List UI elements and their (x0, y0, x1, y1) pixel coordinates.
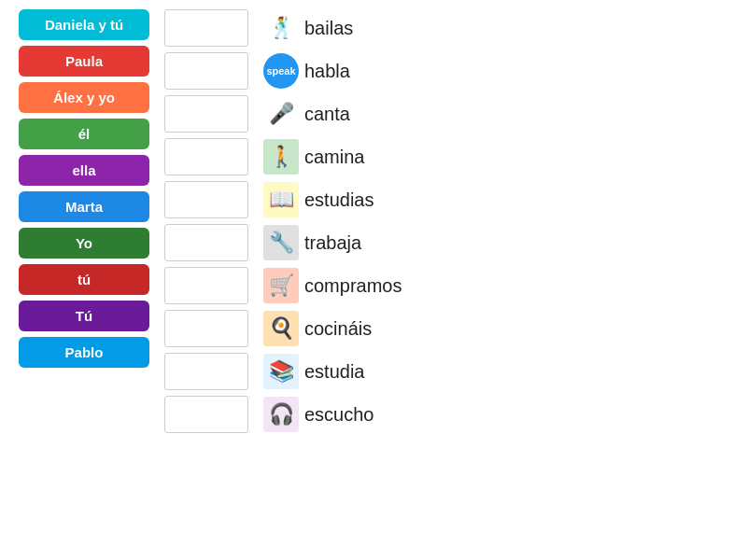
verb-icon-1: speak (263, 53, 299, 89)
subject-btn-2[interactable]: Álex y yo (19, 82, 149, 113)
subject-btn-1[interactable]: Paula (19, 46, 149, 77)
verb-row-7: 🍳cocináis (263, 310, 728, 347)
verb-row-5: 🔧trabaja (263, 224, 728, 261)
drop-box-7[interactable] (164, 310, 248, 347)
subject-btn-6[interactable]: Yo (19, 228, 149, 259)
verb-text-1: habla (304, 61, 350, 82)
drop-box-6[interactable] (164, 267, 248, 304)
verb-text-8: estudia (304, 361, 365, 383)
drop-box-column (164, 9, 248, 433)
verb-row-3: 🚶camina (263, 138, 728, 175)
verb-text-6: compramos (304, 275, 402, 297)
verb-column: 🕺bailasspeakhabla🎤canta🚶camina📖estudias🔧… (263, 9, 728, 433)
subject-btn-4[interactable]: ella (19, 155, 149, 186)
verb-text-3: camina (304, 147, 364, 168)
verb-text-4: estudias (304, 189, 374, 211)
verb-text-9: escucho (304, 404, 374, 426)
drop-box-4[interactable] (164, 181, 248, 218)
verb-icon-4: 📖 (263, 182, 299, 217)
drop-box-1[interactable] (164, 52, 248, 90)
verb-row-0: 🕺bailas (263, 9, 728, 47)
drop-box-0[interactable] (164, 9, 248, 47)
verb-icon-6: 🛒 (263, 268, 299, 303)
verb-icon-0: 🕺 (263, 10, 299, 46)
subject-btn-7[interactable]: tú (19, 264, 149, 295)
verb-row-6: 🛒compramos (263, 267, 728, 304)
verb-row-2: 🎤canta (263, 95, 728, 133)
drop-box-2[interactable] (164, 95, 248, 133)
drop-box-5[interactable] (164, 224, 248, 261)
drop-box-3[interactable] (164, 138, 248, 175)
drop-box-8[interactable] (164, 353, 248, 390)
verb-icon-9: 🎧 (263, 397, 299, 432)
verb-row-4: 📖estudias (263, 181, 728, 218)
verb-row-8: 📚estudia (263, 353, 728, 390)
verb-row-1: speakhabla (263, 52, 728, 90)
verb-text-5: trabaja (304, 232, 361, 254)
verb-text-0: bailas (304, 18, 353, 39)
subject-btn-9[interactable]: Pablo (19, 337, 149, 368)
verb-icon-7: 🍳 (263, 311, 299, 346)
subject-btn-8[interactable]: Tú (19, 301, 149, 331)
verb-row-9: 🎧escucho (263, 396, 728, 433)
subject-btn-0[interactable]: Daniela y tú (19, 9, 149, 40)
verb-icon-3: 🚶 (263, 139, 299, 175)
drop-box-9[interactable] (164, 396, 248, 433)
subject-column: Daniela y túPaulaÁlex y yoélellaMartaYot… (19, 9, 149, 433)
subject-btn-5[interactable]: Marta (19, 191, 149, 222)
subject-btn-3[interactable]: él (19, 119, 149, 149)
verb-icon-2: 🎤 (263, 96, 299, 132)
verb-icon-5: 🔧 (263, 225, 299, 260)
verb-icon-8: 📚 (263, 354, 299, 389)
verb-text-7: cocináis (304, 318, 372, 340)
verb-text-2: canta (304, 104, 350, 125)
main-container: Daniela y túPaulaÁlex y yoélellaMartaYot… (19, 9, 728, 433)
